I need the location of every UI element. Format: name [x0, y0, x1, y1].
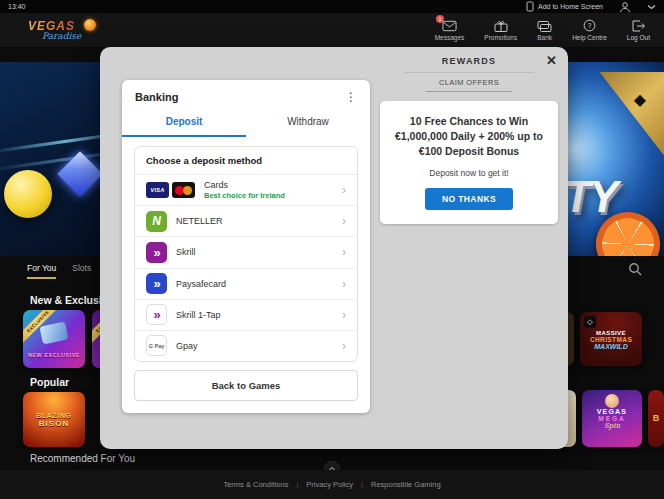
footer-separator: | — [296, 480, 298, 489]
method-label: Skrill — [176, 247, 333, 257]
cards-stack-icon — [537, 19, 552, 32]
gpay-icon: G Pay — [146, 335, 167, 356]
deposit-method-gpay[interactable]: G Pay Gpay › — [135, 330, 357, 361]
deposit-method-skrill-1tap[interactable]: » Skrill 1-Tap › — [135, 299, 357, 330]
nav-help-centre[interactable]: ? Help Centre — [572, 19, 607, 41]
deposit-method-neteller[interactable]: N NETELLER › — [135, 205, 357, 236]
game-title-line: Spin — [582, 422, 642, 430]
nav-promotions[interactable]: Promotions — [484, 19, 517, 41]
mastercard-icon — [172, 182, 195, 198]
nav-bank-label: Bank — [537, 34, 552, 41]
footer-link-responsible[interactable]: Responsible Gaming — [371, 480, 441, 489]
game-tile-exclusive[interactable]: NEW EXCLUSIVE EXCLUSIVE — [23, 310, 85, 368]
lemon-graphic — [4, 170, 52, 218]
game-tile-massive-christmas[interactable]: ◇ MASSIVE CHRISTMAS MAXWILD — [580, 312, 642, 366]
divider — [404, 72, 534, 73]
kebab-menu-icon[interactable]: ⋮ — [345, 91, 357, 103]
envelope-icon: 1 — [442, 19, 457, 32]
diamond-icon: ◆ — [634, 90, 646, 109]
brand-line2: Paradise — [42, 32, 114, 41]
game-title-line: BISON — [23, 419, 85, 428]
nav-bank[interactable]: Bank — [537, 19, 552, 41]
header-nav: 1 Messages Promotions Bank ? Help Centre — [435, 19, 650, 41]
gift-icon — [494, 19, 508, 32]
game-tile-vegas-mega[interactable]: VEGAS MEGA Spin — [582, 390, 642, 447]
phone-icon — [526, 1, 534, 12]
offer-title: 10 Free Chances to Win €1,000,000 Daily … — [390, 114, 548, 160]
chevron-right-icon: › — [342, 246, 346, 258]
footer: Terms & Conditions | Privacy Policy | Re… — [0, 470, 664, 499]
help-icon: ? — [583, 19, 596, 32]
deposit-method-skrill[interactable]: » Skrill › — [135, 236, 357, 267]
back-to-games-button[interactable]: Back to Games — [134, 370, 358, 401]
footer-link-privacy[interactable]: Privacy Policy — [306, 480, 353, 489]
chevron-right-icon: › — [342, 215, 346, 227]
brand-logo[interactable]: VEGAS Paradise — [28, 20, 114, 41]
chevron-right-icon: › — [342, 184, 346, 196]
search-icon[interactable] — [628, 262, 642, 276]
nav-help-centre-label: Help Centre — [572, 34, 607, 41]
logo-sun-icon — [84, 19, 96, 31]
account-icon[interactable] — [619, 1, 631, 13]
svg-text:?: ? — [588, 22, 592, 29]
section-recommended: Recommended For You — [30, 453, 135, 464]
visa-icon: VISA — [146, 182, 169, 198]
banking-overlay: ✕ Banking ⋮ Deposit Withdraw Choose a de… — [100, 47, 568, 449]
game-title: NEW EXCLUSIVE — [23, 352, 85, 358]
method-label: Paysafecard — [176, 279, 333, 289]
game-tile-blazing-bison[interactable]: BLAZING BISON — [23, 392, 85, 447]
deposit-list-header: Choose a deposit method — [135, 147, 357, 174]
tab-slots[interactable]: Slots — [72, 263, 91, 279]
method-label: Gpay — [176, 341, 333, 351]
nav-promotions-label: Promotions — [484, 34, 517, 41]
nav-log-out-label: Log Out — [627, 34, 650, 41]
chevron-right-icon: › — [342, 309, 346, 321]
app-header: VEGAS Paradise 1 Messages Promotions Ban… — [0, 13, 664, 47]
rewards-title: REWARDS — [370, 56, 568, 66]
method-sublabel: Best choice for Ireland — [204, 191, 333, 200]
game-tile-partial[interactable]: B — [648, 390, 664, 447]
section-popular: Popular — [30, 376, 69, 388]
add-to-home-label: Add to Home Screen — [538, 3, 603, 10]
game-art — [39, 321, 68, 344]
footer-link-terms[interactable]: Terms & Conditions — [223, 480, 288, 489]
tab-deposit[interactable]: Deposit — [122, 109, 246, 137]
offer-card: 10 Free Chances to Win €1,000,000 Daily … — [380, 101, 558, 224]
banking-title: Banking — [135, 91, 178, 103]
footer-separator: | — [361, 480, 363, 489]
skrill-icon: » — [146, 242, 167, 263]
chevron-right-icon: › — [342, 278, 346, 290]
tab-claim-offers[interactable]: CLAIM OFFERS — [426, 78, 512, 92]
brand-line1: VEGAS — [28, 20, 114, 32]
status-bar: 13:40 Add to Home Screen — [0, 0, 664, 13]
clock: 13:40 — [8, 3, 26, 10]
tab-withdraw[interactable]: Withdraw — [246, 109, 370, 137]
no-thanks-button[interactable]: NO THANKS — [425, 188, 513, 210]
deposit-method-list: Choose a deposit method VISA Cards Best … — [134, 146, 358, 362]
logout-icon — [631, 19, 645, 32]
banking-tabs: Deposit Withdraw — [122, 109, 370, 137]
tab-for-you[interactable]: For You — [27, 263, 56, 279]
paysafecard-icon: » — [146, 273, 167, 294]
game-title-line: BLAZING — [23, 412, 85, 419]
game-title-line: CHRISTMAS — [580, 336, 642, 343]
deposit-method-paysafecard[interactable]: » Paysafecard › — [135, 268, 357, 299]
nav-messages-label: Messages — [435, 34, 465, 41]
game-title-line: VEGAS — [582, 408, 642, 415]
nav-messages[interactable]: 1 Messages — [435, 19, 465, 41]
offer-subtitle: Deposit now to get it! — [390, 168, 548, 178]
rewards-panel: REWARDS CLAIM OFFERS 10 Free Chances to … — [370, 47, 568, 224]
hero-banner-right[interactable]: TY ◆ — [564, 62, 664, 256]
game-title-line: MEGA — [582, 415, 642, 422]
chevron-down-icon[interactable] — [647, 4, 656, 10]
skrill-1tap-icon: » — [146, 304, 167, 325]
game-title-line: MAXWILD — [580, 343, 642, 350]
game-art — [605, 394, 619, 408]
add-to-home-button[interactable]: Add to Home Screen — [526, 1, 603, 12]
chevron-right-icon: › — [342, 340, 346, 352]
nav-log-out[interactable]: Log Out — [627, 19, 650, 41]
gold-ribbon — [572, 72, 664, 160]
messages-badge: 1 — [436, 15, 444, 23]
deposit-method-cards[interactable]: VISA Cards Best choice for Ireland › — [135, 174, 357, 205]
method-label: Skrill 1-Tap — [176, 310, 333, 320]
